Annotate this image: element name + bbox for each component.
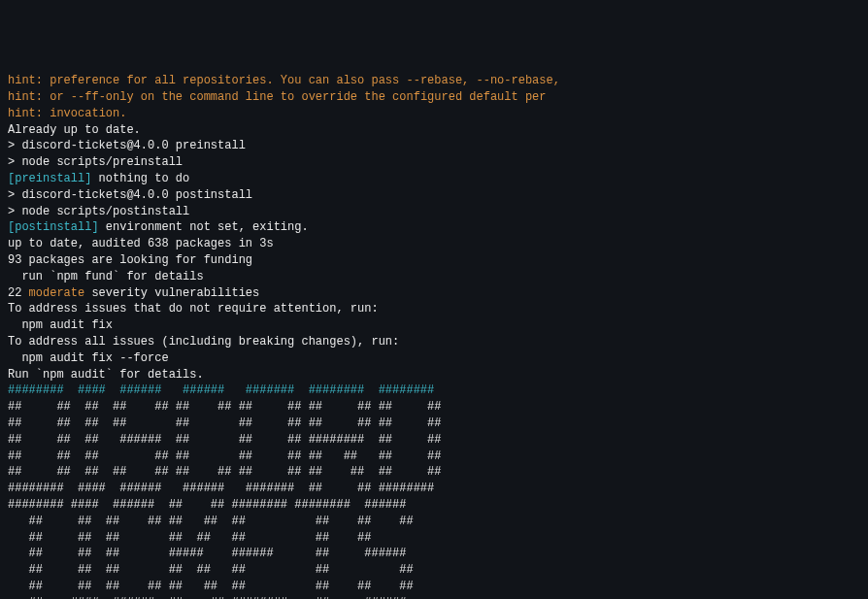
output-line: [postinstall] environment not set, exiti… (8, 219, 860, 236)
preinstall-tag: [preinstall] (8, 172, 91, 185)
ascii-art-line: ## ## ## ## ## ## ## ## ## ## ## ## ## (8, 464, 860, 481)
ascii-art-line: ######## #### ###### ###### ####### ## #… (8, 481, 860, 497)
hint-text: invocation. (43, 107, 126, 120)
ascii-art-line: ######## #### ###### ## ## ######## ####… (8, 497, 860, 514)
postinstall-tag: [postinstall] (8, 220, 99, 234)
output-line: npm audit fix (8, 317, 860, 334)
output-line: > node scripts/postinstall (8, 204, 860, 220)
hint-line: hint: invocation. (8, 106, 860, 122)
ascii-art-line: ## ## ## ## ## ## ## ## ## ## (8, 579, 860, 595)
ascii-art-line: ## ## ## ###### ## ## ## ######## ## ## (8, 432, 860, 449)
output-line: npm audit fix --force (8, 350, 860, 367)
ascii-art-line: ## ## ## ## ## ## ## ## ## ## (8, 514, 860, 530)
hint-line: hint: preference for all repositories. Y… (8, 73, 860, 89)
output-line: To address issues that do not require at… (8, 301, 860, 317)
ascii-art-line: ## ## ## ## ## ## ## ## ## ## ## (8, 416, 860, 432)
output-line: run `npm fund` for details (8, 269, 860, 285)
hint-text: preference for all repositories. You can… (43, 74, 560, 87)
output-line: > discord-tickets@4.0.0 preinstall (8, 138, 860, 154)
output-line: To address all issues (including breakin… (8, 334, 860, 350)
hint-prefix: hint: (8, 90, 43, 104)
preinstall-msg: nothing to do (91, 172, 189, 185)
hint-text: or --ff-only on the command line to over… (43, 90, 546, 104)
output-line: Already up to date. (8, 122, 860, 139)
output-line: 22 moderate severity vulnerabilities (8, 285, 860, 302)
ascii-art-line: ## ## ## ## ## ## ## ## ## ## ## (8, 449, 860, 465)
vuln-count: 22 (8, 286, 29, 300)
ascii-art-line: ## ## ## ## ## ## ## ## (8, 562, 860, 579)
output-line: [preinstall] nothing to do (8, 171, 860, 187)
vuln-severity: moderate (29, 286, 85, 300)
output-line: Run `npm audit` for details. (8, 367, 860, 383)
output-line: > node scripts/preinstall (8, 154, 860, 171)
hint-prefix: hint: (8, 74, 43, 87)
output-line: 93 packages are looking for funding (8, 252, 860, 269)
output-line: up to date, audited 638 packages in 3s (8, 236, 860, 252)
ascii-art-line: ## ## ## ## ## ## ## ## (8, 530, 860, 547)
ascii-art-line: ######## #### ###### ###### ####### ####… (8, 383, 860, 399)
ascii-art-line: ## #### ###### ## ## ######## ## ###### (8, 595, 860, 599)
ascii-art-line: ## ## ## ## ## ## ## ## ## ## ## ## ## (8, 399, 860, 416)
output-line: > discord-tickets@4.0.0 postinstall (8, 187, 860, 204)
hint-line: hint: or --ff-only on the command line t… (8, 89, 860, 106)
ascii-art-line: ## ## ## ##### ###### ## ###### (8, 546, 860, 562)
hint-prefix: hint: (8, 107, 43, 120)
vuln-rest: severity vulnerabilities (84, 286, 259, 300)
postinstall-msg: environment not set, exiting. (99, 220, 309, 234)
